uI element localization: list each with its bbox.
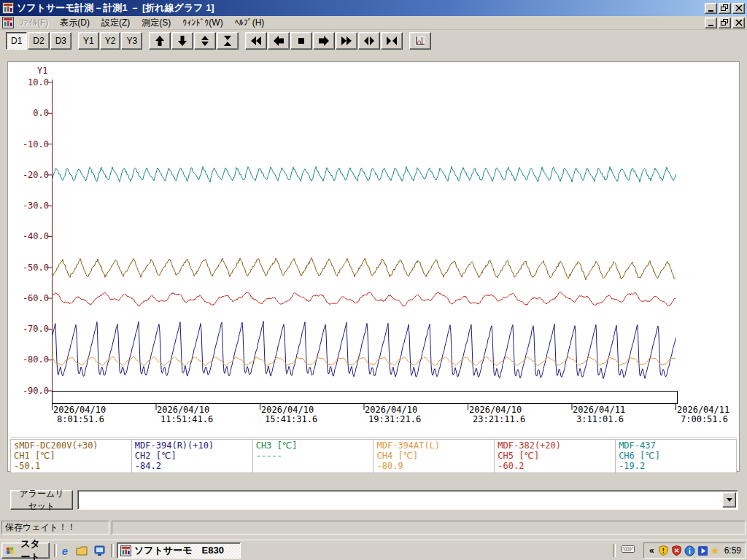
play-status-icon[interactable] [697, 545, 708, 556]
legend-cell-ch1: sMDF-DC200V(+30) CH1 [℃] -50.1 [10, 439, 132, 473]
legend-channel-label: CH4 [℃] [376, 451, 491, 461]
alarm-combobox[interactable] [77, 490, 738, 510]
start-label: スタート [16, 537, 44, 560]
star-tray-icon[interactable]: ★ [711, 545, 720, 556]
legend-channel-label: CH5 [℃] [498, 451, 612, 461]
menu-help[interactable]: ﾍﾙﾌﾟ(H) [229, 16, 271, 29]
quicklaunch-folder-icon[interactable] [75, 544, 88, 557]
expand-horizontal-button[interactable] [358, 32, 380, 50]
menu-file[interactable]: ﾌｧｲﾙ(F) [14, 16, 54, 29]
window-controls [705, 3, 745, 14]
toolbar-d3-button[interactable]: D3 [50, 32, 71, 50]
alarm-reset-button[interactable]: アラームリセット [10, 490, 73, 510]
restore-button[interactable] [719, 3, 731, 14]
compress-horizontal-button[interactable] [381, 32, 403, 50]
task-app-icon [120, 545, 131, 556]
stop-icon [295, 35, 307, 47]
mdi-close-icon [735, 20, 743, 26]
channel-legend: sMDF-DC200V(+30) CH1 [℃] -50.1 MDF-394(R… [10, 437, 737, 473]
x-axis-tick-label: 2026/04/117:00:51.6 [677, 405, 729, 424]
close-button[interactable] [732, 3, 745, 14]
compress-vertical-icon [222, 35, 233, 47]
scroll-up-button[interactable] [149, 32, 171, 50]
series-ch4-line [52, 357, 676, 365]
series-ch6-line [52, 167, 676, 183]
scroll-down-button[interactable] [171, 32, 193, 50]
quicklaunch-ie-icon[interactable]: e [58, 544, 71, 557]
mdi-close-button[interactable] [732, 18, 745, 28]
menu-view[interactable]: 表示(D) [54, 15, 96, 31]
toolbar-y1-button[interactable]: Y1 [78, 32, 99, 50]
x-axis-tick-label: 2026/04/108:01:51.6 [53, 405, 106, 424]
desktop-screen: ソフトサーモ計測－計測1 － [折れ線グラフ 1] ﾌｧｲﾙ(F) 表示(D) … [0, 0, 747, 560]
compress-vertical-button[interactable] [217, 32, 239, 50]
x-axis-tick-label: 2026/04/1011:51:41.6 [157, 405, 213, 424]
folder-icon [76, 546, 88, 556]
alarm-band-box [53, 392, 678, 404]
toolbar-d2-button[interactable]: D2 [28, 32, 49, 50]
legend-cell-ch5: MDF-382(+20) CH5 [℃] -60.2 [494, 439, 616, 473]
keyboard-tray-icon[interactable] [622, 545, 635, 553]
info-balloon-icon[interactable] [684, 545, 695, 556]
toolbar-d1-button[interactable]: D1 [6, 32, 27, 50]
series-ch1-line [52, 258, 676, 280]
x-axis-tick-label: 2026/04/113:11:01.6 [573, 405, 625, 424]
series-ch2-line [52, 321, 676, 378]
mdi-minimize-button[interactable] [705, 18, 717, 28]
minimize-button[interactable] [705, 3, 717, 14]
compress-horizontal-icon [386, 35, 398, 47]
menu-settings[interactable]: 設定(Z) [96, 15, 136, 31]
app-window: ソフトサーモ計測－計測1 － [折れ線グラフ 1] ﾌｧｲﾙ(F) 表示(D) … [0, 0, 747, 540]
arrow-down-icon [177, 35, 188, 47]
task-button-label: ソフトサーモ E830 [134, 544, 224, 557]
legend-channel-label: CH2 [℃] [135, 451, 249, 461]
arrow-up-icon [154, 35, 166, 47]
expand-horizontal-icon [363, 35, 375, 47]
x-axis-tick-label: 2026/04/1015:41:31.6 [261, 405, 317, 424]
legend-sensor-name: MDF-394(R)(+10) [135, 440, 249, 451]
legend-sensor-name: MDF-437 [619, 440, 733, 451]
toolbar-y3-button[interactable]: Y3 [121, 32, 142, 50]
legend-cell-ch2: MDF-394(R)(+10) CH2 [℃] -84.2 [131, 439, 253, 473]
double-left-icon [250, 35, 262, 47]
tray-chevron-button[interactable]: « [648, 545, 656, 556]
security-alert-shield-icon[interactable] [671, 545, 682, 556]
show-desktop-icon [94, 545, 105, 556]
fast-rewind-button[interactable] [245, 32, 267, 50]
taskbar: スタート e ソフトサーモ E830 « [0, 540, 747, 560]
status-bar: 保存ウェイト！！ [0, 518, 747, 537]
close-icon [735, 5, 743, 12]
step-back-button[interactable] [268, 32, 290, 50]
graph-icon [414, 35, 426, 47]
x-axis-tick-label: 2026/04/1019:31:21.6 [365, 405, 421, 424]
mdi-restore-button[interactable] [719, 18, 731, 28]
toolbar-y2-button[interactable]: Y2 [100, 32, 121, 50]
legend-current-value: ----- [256, 451, 371, 461]
chevron-down-icon [727, 498, 732, 502]
menu-window[interactable]: ｳｨﾝﾄﾞｳ(W) [177, 16, 228, 29]
start-button[interactable]: スタート [1, 542, 50, 559]
fast-forward-button[interactable] [336, 32, 357, 50]
minimize-icon [708, 5, 715, 12]
arrow-right-icon [318, 35, 330, 47]
stop-button[interactable] [290, 32, 312, 50]
x-axis-tick-label: 2026/04/1023:21:11.6 [469, 405, 525, 424]
title-bar: ソフトサーモ計測－計測1 － [折れ線グラフ 1] [0, 0, 747, 16]
restore-icon [721, 4, 729, 12]
mdi-minimize-icon [708, 20, 715, 26]
status-message: 保存ウェイト！！ [1, 521, 109, 534]
security-warning-shield-icon[interactable] [658, 545, 669, 556]
menu-bar: ﾌｧｲﾙ(F) 表示(D) 設定(Z) 測定(S) ｳｨﾝﾄﾞｳ(W) ﾍﾙﾌﾟ… [0, 16, 747, 30]
step-forward-button[interactable] [313, 32, 335, 50]
task-button-softthermo[interactable]: ソフトサーモ E830 [117, 542, 241, 559]
graph-settings-button[interactable] [409, 32, 431, 50]
mdi-restore-icon [721, 19, 729, 26]
combobox-dropdown-button[interactable] [722, 492, 736, 508]
expand-vertical-button[interactable] [194, 32, 216, 50]
expand-vertical-icon [199, 35, 211, 47]
taskbar-divider [54, 544, 57, 557]
legend-cell-ch6: MDF-437 CH6 [℃] -19.2 [615, 439, 737, 473]
legend-cell-ch4: MDF-394AT(L) CH4 [℃] -80.9 [373, 439, 495, 473]
menu-measure[interactable]: 測定(S) [136, 15, 177, 31]
quicklaunch-desktop-icon[interactable] [93, 544, 106, 557]
